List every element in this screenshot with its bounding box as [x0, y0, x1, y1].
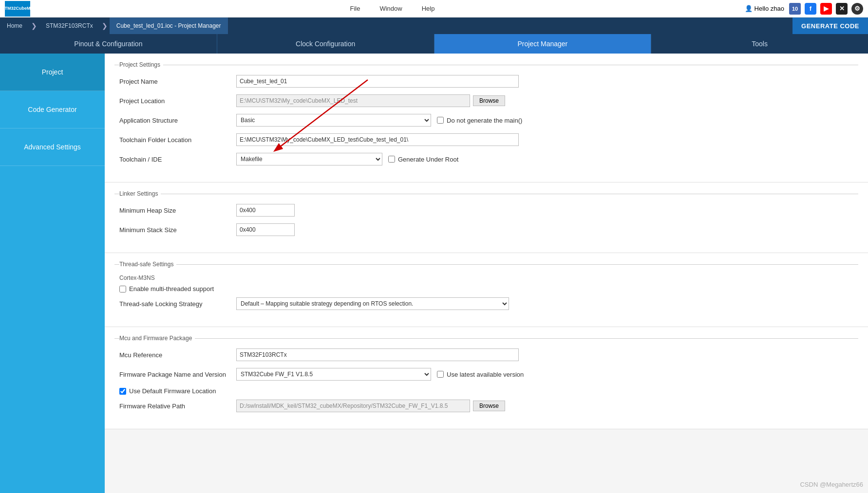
- app-structure-label: Application Structure: [119, 117, 236, 124]
- menu-file[interactable]: File: [350, 5, 360, 12]
- breadcrumb-mcu[interactable]: STM32F103RCTx: [39, 18, 100, 34]
- content-area: Project Settings Project Name Project Lo…: [105, 54, 868, 493]
- twitter-icon[interactable]: ✕: [836, 3, 848, 15]
- use-latest-checkbox[interactable]: [437, 371, 444, 378]
- min-heap-label: Minimum Heap Size: [119, 207, 236, 214]
- project-name-input[interactable]: [236, 75, 519, 88]
- generate-under-root-checkbox[interactable]: [388, 156, 395, 163]
- menu-window[interactable]: Window: [379, 5, 402, 12]
- fw-relative-path-input[interactable]: [236, 400, 470, 412]
- breadcrumb-arrow-1: ❯: [29, 22, 39, 30]
- social-icons: 10 f ▶ ✕ ⚙: [789, 3, 863, 15]
- breadcrumb-project[interactable]: Cube_test_led_01.ioc - Project Manager: [110, 18, 228, 34]
- browse-location-button[interactable]: Browse: [473, 95, 505, 106]
- linker-settings-section: Linker Settings Minimum Heap Size Minimu…: [105, 183, 868, 253]
- fw-package-select[interactable]: STM32Cube FW_F1 V1.8.5: [236, 368, 431, 381]
- cortex-sublabel: Cortex-M3NS: [119, 274, 853, 281]
- top-bar: STM32 CubeMX File Window Help 👤 Hello zh…: [0, 0, 868, 18]
- use-latest-label: Use latest available version: [447, 371, 524, 378]
- project-location-label: Project Location: [119, 97, 236, 105]
- watermark: CSDN @Megahertz66: [800, 481, 863, 488]
- toolchain-ide-select[interactable]: Makefile: [236, 153, 382, 165]
- project-name-row: Project Name: [119, 75, 853, 88]
- project-name-label: Project Name: [119, 78, 236, 85]
- enable-mt-checkbox[interactable]: [119, 286, 126, 292]
- app-structure-row: Application Structure Basic Do not gener…: [119, 114, 853, 127]
- project-settings-title: Project Settings: [119, 61, 853, 68]
- toolchain-ide-row: Toolchain / IDE Makefile Generate Under …: [119, 153, 853, 165]
- fw-relative-path-label: Firmware Relative Path: [119, 402, 236, 410]
- min-heap-row: Minimum Heap Size: [119, 204, 853, 217]
- thread-safe-section: Thread-safe Settings Cortex-M3NS Enable …: [105, 253, 868, 327]
- right-section: 👤 Hello zhao 10 f ▶ ✕ ⚙: [745, 3, 863, 15]
- mcu-firmware-section: Mcu and Firmware Package Mcu Reference F…: [105, 327, 868, 429]
- enable-mt-label: Enable multi-threaded support: [129, 285, 214, 292]
- breadcrumb-arrow-2: ❯: [100, 22, 110, 30]
- logo: STM32 CubeMX: [5, 1, 30, 17]
- toolchain-folder-label: Toolchain Folder Location: [119, 136, 236, 144]
- tab-tools[interactable]: Tools: [651, 34, 868, 54]
- facebook-icon[interactable]: f: [805, 3, 816, 15]
- generate-code-button[interactable]: GENERATE CODE: [793, 18, 868, 34]
- breadcrumb-bar: Home ❯ STM32F103RCTx ❯ Cube_test_led_01.…: [0, 18, 868, 34]
- tab-pinout[interactable]: Pinout & Configuration: [0, 34, 217, 54]
- github-icon[interactable]: ⚙: [851, 3, 863, 15]
- app-structure-select[interactable]: Basic: [236, 114, 431, 127]
- tab-bar: Pinout & Configuration Clock Configurati…: [0, 34, 868, 54]
- fw-package-label: Firmware Package Name and Version: [119, 371, 236, 378]
- no-main-checkbox[interactable]: [437, 117, 444, 124]
- breadcrumb: Home ❯ STM32F103RCTx ❯ Cube_test_led_01.…: [0, 18, 228, 34]
- sidebar: Project Code Generator Advanced Settings: [0, 54, 105, 493]
- min-stack-input[interactable]: [236, 223, 295, 236]
- locking-strategy-row: Thread-safe Locking Strategy Default – M…: [119, 297, 853, 310]
- menu-bar: File Window Help: [40, 5, 745, 12]
- project-location-input[interactable]: [236, 94, 470, 107]
- min-stack-label: Minimum Stack Size: [119, 226, 236, 234]
- sidebar-item-code-generator[interactable]: Code Generator: [0, 91, 105, 128]
- use-default-fw-label: Use Default Firmware Location: [129, 387, 216, 395]
- sidebar-item-project[interactable]: Project: [0, 54, 105, 91]
- thread-safe-title: Thread-safe Settings: [119, 261, 853, 268]
- locking-strategy-select[interactable]: Default – Mapping suitable strategy depe…: [236, 297, 509, 310]
- notification-icon: 10: [789, 3, 801, 15]
- use-latest-container: Use latest available version: [437, 371, 524, 378]
- min-stack-row: Minimum Stack Size: [119, 223, 853, 236]
- toolchain-folder-input[interactable]: [236, 133, 519, 146]
- no-main-check-container: Do not generate the main(): [437, 117, 522, 124]
- tab-project-manager[interactable]: Project Manager: [434, 34, 652, 54]
- no-main-label: Do not generate the main(): [447, 117, 522, 124]
- toolchain-ide-label: Toolchain / IDE: [119, 156, 236, 163]
- mcu-ref-label: Mcu Reference: [119, 351, 236, 359]
- annotation-layer: Project Settings Project Name Project Lo…: [105, 54, 868, 429]
- linker-settings-title: Linker Settings: [119, 190, 853, 197]
- browse-fw-button[interactable]: Browse: [473, 401, 505, 411]
- mcu-firmware-title: Mcu and Firmware Package: [119, 335, 853, 342]
- youtube-icon[interactable]: ▶: [820, 3, 832, 15]
- tab-clock[interactable]: Clock Configuration: [217, 34, 434, 54]
- fw-package-row: Firmware Package Name and Version STM32C…: [119, 368, 853, 381]
- menu-help[interactable]: Help: [422, 5, 435, 12]
- main-layout: Project Code Generator Advanced Settings…: [0, 54, 868, 493]
- mcu-ref-input[interactable]: [236, 348, 519, 361]
- enable-mt-row: Enable multi-threaded support: [119, 285, 853, 292]
- breadcrumb-home[interactable]: Home: [0, 18, 29, 34]
- project-location-row: Project Location Browse: [119, 94, 853, 107]
- toolchain-folder-row: Toolchain Folder Location: [119, 133, 853, 146]
- min-heap-input[interactable]: [236, 204, 295, 217]
- locking-strategy-label: Thread-safe Locking Strategy: [119, 300, 236, 308]
- project-settings-section: Project Settings Project Name Project Lo…: [105, 54, 868, 183]
- use-default-fw-checkbox[interactable]: [119, 388, 126, 395]
- use-default-fw-row: Use Default Firmware Location: [119, 387, 853, 395]
- generate-under-root-label: Generate Under Root: [398, 156, 458, 163]
- user-info: 👤 Hello zhao: [745, 5, 784, 12]
- fw-relative-path-row: Firmware Relative Path Browse: [119, 400, 853, 412]
- mcu-ref-row: Mcu Reference: [119, 348, 853, 361]
- generate-under-root-container: Generate Under Root: [388, 156, 458, 163]
- sidebar-item-advanced-settings[interactable]: Advanced Settings: [0, 128, 105, 166]
